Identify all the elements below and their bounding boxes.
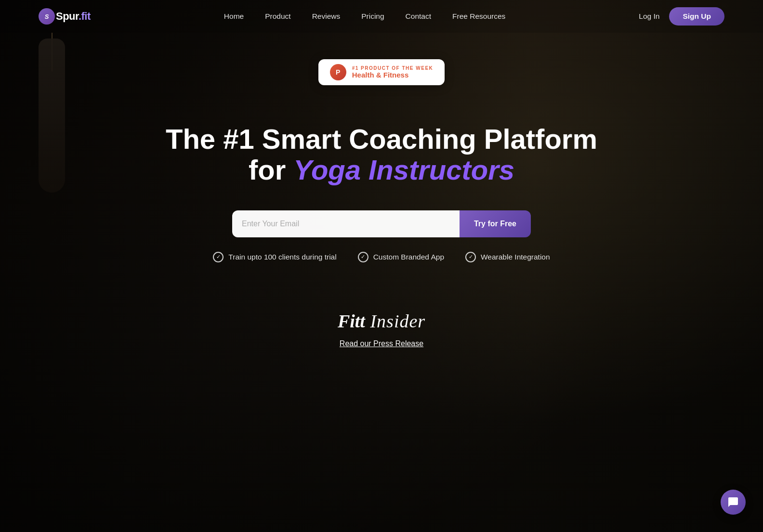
fitt-logo: Fitt Insider (338, 311, 425, 332)
hero-content: P #1 PRODUCT OF THE WEEK Health & Fitnes… (0, 33, 763, 348)
check-icon: ✓ (213, 252, 224, 262)
nav-item-pricing[interactable]: Pricing (361, 12, 384, 21)
check-icon: ✓ (465, 252, 476, 262)
feature-clients-label: Train upto 100 clients during trial (228, 253, 336, 261)
hero-section: S Spur.fit Home Product Reviews Pricing … (0, 0, 763, 532)
logo-text: Spur.fit (56, 10, 91, 23)
check-icon: ✓ (358, 252, 368, 262)
feature-app-label: Custom Branded App (373, 253, 444, 261)
nav-links: Home Product Reviews Pricing Contact Fre… (224, 12, 505, 21)
feature-wearable-label: Wearable Integration (481, 253, 550, 261)
logo[interactable]: S Spur.fit (39, 8, 91, 25)
email-input[interactable] (232, 210, 460, 237)
nav-item-home[interactable]: Home (224, 12, 244, 21)
fitt-brand: Fitt Insider (338, 311, 425, 332)
headline-accent: Yoga Instructors (293, 154, 514, 185)
product-badge: P #1 PRODUCT OF THE WEEK Health & Fitnes… (318, 59, 445, 85)
feature-clients: ✓ Train upto 100 clients during trial (213, 252, 336, 262)
signup-button[interactable]: Sign Up (669, 7, 724, 26)
hero-headline: The #1 Smart Coaching Platform for Yoga … (165, 124, 598, 185)
press-release-link[interactable]: Read our Press Release (340, 339, 423, 348)
login-button[interactable]: Log In (639, 12, 659, 21)
fitt-insider-section: Fitt Insider Read our Press Release (338, 311, 425, 348)
nav-item-reviews[interactable]: Reviews (312, 12, 341, 21)
email-form: Try for Free (232, 210, 531, 237)
logo-icon: S (39, 8, 55, 25)
chat-icon (727, 496, 739, 508)
feature-wearable: ✓ Wearable Integration (465, 252, 550, 262)
nav-item-contact[interactable]: Contact (406, 12, 431, 21)
badge-text: #1 PRODUCT OF THE WEEK Health & Fitness (352, 65, 434, 79)
try-free-button[interactable]: Try for Free (460, 210, 531, 237)
nav-actions: Log In Sign Up (639, 7, 724, 26)
features-row: ✓ Train upto 100 clients during trial ✓ … (213, 252, 550, 262)
feature-app: ✓ Custom Branded App (358, 252, 444, 262)
badge-week-label: #1 PRODUCT OF THE WEEK (352, 65, 434, 71)
chat-button[interactable] (721, 490, 746, 515)
navbar: S Spur.fit Home Product Reviews Pricing … (0, 0, 763, 33)
badge-category: Health & Fitness (352, 71, 434, 79)
producthunt-icon: P (330, 64, 346, 80)
nav-item-product[interactable]: Product (265, 12, 290, 21)
nav-item-resources[interactable]: Free Resources (452, 12, 505, 21)
